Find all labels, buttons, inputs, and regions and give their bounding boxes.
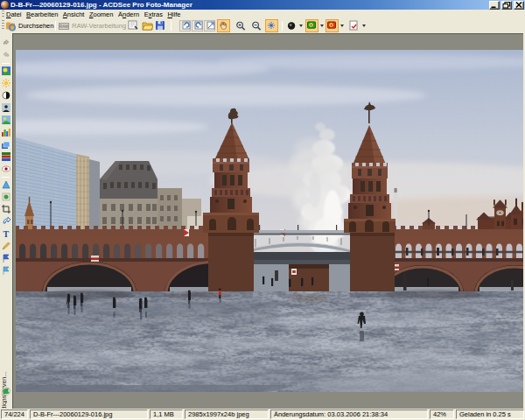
svg-text:T: T: [4, 229, 10, 238]
